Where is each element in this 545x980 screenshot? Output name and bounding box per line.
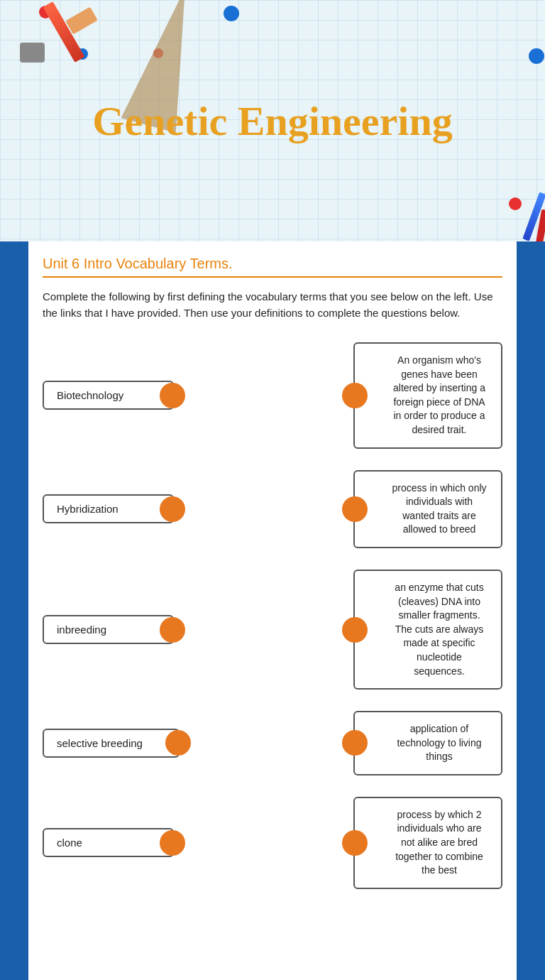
def-circle-3 [342,617,368,643]
term-circle-4 [165,730,191,756]
decorative-dot [224,6,239,21]
connector-1 [174,395,353,396]
def-box-3[interactable]: an enzyme that cuts (cleaves) DNA into s… [353,570,502,690]
def-circle-5 [342,830,368,856]
def-circle-4 [342,730,368,756]
def-box-4[interactable]: application of technology to living thin… [353,711,502,775]
match-row-2: Hybridization process in which only indi… [43,470,502,548]
decorative-dot [529,48,544,64]
sidebar-left [0,241,28,980]
term-label: Hybridization [57,503,119,515]
decorative-dot [509,197,522,210]
def-circle-2 [342,496,368,522]
def-text-1: An organism who's genes have been altere… [390,354,488,437]
term-circle-1 [160,383,185,408]
def-box-2[interactable]: process in which only individuals with w… [353,470,502,548]
section-divider [43,276,502,278]
def-box-1[interactable]: An organism who's genes have been altere… [353,342,502,449]
content-area: Unit 6 Intro Vocabulary Terms. Complete … [28,241,517,980]
match-row-5: clone process by which 2 individuals who… [43,797,502,889]
term-label: clone [57,837,82,849]
term-label: Biotechnology [57,389,123,401]
term-label: inbreeding [57,624,106,636]
term-biotechnology[interactable]: Biotechnology [43,381,174,410]
connector-5 [174,842,353,844]
term-label: selective breeding [57,737,143,749]
term-circle-2 [160,496,185,522]
def-circle-1 [342,383,368,408]
section-title: Unit 6 Intro Vocabulary Terms. [43,256,502,272]
matching-area: Biotechnology An organism who's genes ha… [43,342,502,889]
instructions-text: Complete the following by first defining… [43,289,502,321]
term-circle-5 [160,830,185,856]
connector-3 [174,629,353,631]
match-row-3: inbreeding an enzyme that cuts (cleaves)… [43,570,502,690]
def-text-5: process by which 2 individuals who are n… [390,808,488,878]
def-text-2: process in which only individuals with w… [390,481,488,537]
term-inbreeding[interactable]: inbreeding [43,615,174,644]
connector-4 [180,742,353,744]
page-title: Genetic Engineering [0,97,545,145]
term-selective-breeding[interactable]: selective breeding [43,729,180,758]
def-box-5[interactable]: process by which 2 individuals who are n… [353,797,502,889]
term-circle-3 [160,617,185,643]
match-row-1: Biotechnology An organism who's genes ha… [43,342,502,449]
def-text-3: an enzyme that cuts (cleaves) DNA into s… [390,581,488,678]
header-section: Genetic Engineering [0,0,545,241]
connector-2 [174,508,353,510]
sidebar-right [517,241,545,980]
term-hybridization[interactable]: Hybridization [43,494,174,523]
term-clone[interactable]: clone [43,828,174,857]
sharpener-decoration [20,43,45,62]
def-text-4: application of technology to living thin… [390,722,488,764]
match-row-4: selective breeding application of techno… [43,711,502,775]
